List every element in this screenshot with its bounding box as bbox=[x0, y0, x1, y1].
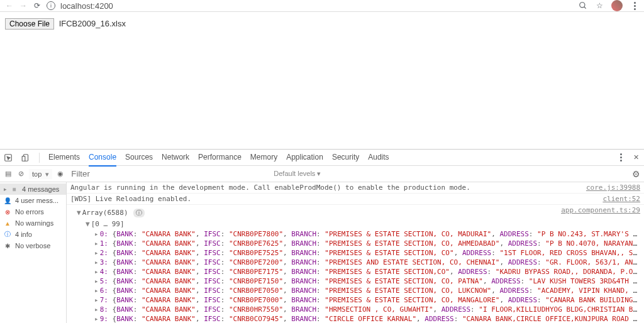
menu-icon[interactable] bbox=[630, 1, 639, 10]
sidebar-item-messages[interactable]: ▸≡4 messages bbox=[0, 183, 66, 195]
log-levels-selector[interactable]: Default levels ▾ bbox=[274, 170, 321, 178]
array-item[interactable]: ▸9: {BANK: "CANARA BANK", IFSC: "CNRB0CO… bbox=[67, 314, 644, 323]
devtools-tabs: ElementsConsoleSourcesNetworkPerformance… bbox=[0, 150, 644, 166]
tab-performance[interactable]: Performance bbox=[198, 149, 242, 167]
sidebar-toggle-icon[interactable]: ▤ bbox=[4, 170, 13, 178]
tab-elements[interactable]: Elements bbox=[48, 149, 80, 167]
reload-icon[interactable]: ⟳ bbox=[33, 1, 42, 10]
svg-line-1 bbox=[584, 7, 586, 9]
tab-memory[interactable]: Memory bbox=[250, 149, 277, 167]
array-item[interactable]: ▸2: {BANK: "CANARA BANK", IFSC: "CNRB0PE… bbox=[67, 248, 644, 258]
tab-audits[interactable]: Audits bbox=[368, 149, 389, 167]
sidebar-item-info[interactable]: ⓘ4 info bbox=[0, 229, 66, 240]
array-source-link[interactable]: app.component.ts:29 bbox=[561, 206, 640, 214]
inspect-icon[interactable] bbox=[4, 153, 13, 162]
sidebar-item-No-errors[interactable]: ⊗No errors bbox=[0, 206, 66, 217]
log-entry: Angular is running in the development mo… bbox=[67, 182, 644, 194]
eye-icon[interactable]: ◉ bbox=[56, 170, 65, 178]
svg-point-0 bbox=[580, 3, 585, 8]
sidebar-item-user-mess-[interactable]: 👤4 user mess... bbox=[0, 195, 66, 206]
browser-toolbar: ← → ⟳ i localhost:4200 ☆ bbox=[0, 0, 644, 12]
zoom-icon[interactable] bbox=[579, 1, 587, 10]
array-header[interactable]: ▼Array(6588) ⓘ bbox=[67, 207, 644, 219]
console-sidebar: ▸≡4 messages👤4 user mess...⊗No errors▲No… bbox=[0, 182, 67, 323]
back-icon[interactable]: ← bbox=[5, 1, 14, 10]
tab-security[interactable]: Security bbox=[332, 149, 359, 167]
array-item[interactable]: ▸0: {BANK: "CANARA BANK", IFSC: "CNRB0PE… bbox=[67, 229, 644, 239]
filter-input[interactable] bbox=[69, 168, 194, 180]
context-selector[interactable]: top bbox=[29, 169, 52, 179]
profile-avatar[interactable] bbox=[611, 0, 623, 11]
site-info-icon[interactable]: i bbox=[47, 1, 55, 10]
page-body: Choose File IFCB2009_16.xlsx bbox=[0, 12, 644, 149]
svg-rect-4 bbox=[22, 156, 25, 161]
devtools-close-icon[interactable]: ✕ bbox=[631, 153, 640, 162]
array-item[interactable]: ▸3: {BANK: "CANARA BANK", IFSC: "CNRB0PE… bbox=[67, 258, 644, 267]
sidebar-item-No-warnings[interactable]: ▲No warnings bbox=[0, 217, 66, 229]
source-link[interactable]: core.js:39988 bbox=[586, 183, 640, 192]
sidebar-item-No-verbose[interactable]: ✱No verbose bbox=[0, 240, 66, 251]
source-link[interactable]: client:52 bbox=[602, 195, 640, 203]
array-item[interactable]: ▸8: {BANK: "CANARA BANK", IFSC: "CNRB0HR… bbox=[67, 305, 644, 314]
bookmark-icon[interactable]: ☆ bbox=[595, 1, 604, 10]
settings-icon[interactable]: ⚙ bbox=[631, 170, 640, 178]
clear-console-icon[interactable]: ⊘ bbox=[16, 170, 25, 178]
array-item[interactable]: ▸4: {BANK: "CANARA BANK", IFSC: "CNRB0PE… bbox=[67, 267, 644, 276]
log-entry: [WDS] Live Reloading enabled.client:52 bbox=[67, 194, 644, 205]
array-item[interactable]: ▸6: {BANK: "CANARA BANK", IFSC: "CNRB0PE… bbox=[67, 286, 644, 295]
forward-icon[interactable]: → bbox=[19, 1, 28, 10]
array-item[interactable]: ▸1: {BANK: "CANARA BANK", IFSC: "CNRB0PE… bbox=[67, 239, 644, 248]
console-toolbar: ▤ ⊘ top ◉ Default levels ▾ ⚙ bbox=[0, 166, 644, 182]
devtools-panel: ElementsConsoleSourcesNetworkPerformance… bbox=[0, 149, 644, 323]
array-item[interactable]: ▸7: {BANK: "CANARA BANK", IFSC: "CNRB0PE… bbox=[67, 295, 644, 305]
tab-application[interactable]: Application bbox=[286, 149, 323, 167]
choose-file-button[interactable]: Choose File bbox=[5, 18, 54, 30]
console-output: Angular is running in the development mo… bbox=[67, 182, 644, 323]
array-range[interactable]: ▼[0 … 99] bbox=[67, 219, 644, 229]
address-bar[interactable]: localhost:4200 bbox=[60, 1, 574, 11]
devtools-menu-icon[interactable] bbox=[616, 153, 625, 162]
tab-console[interactable]: Console bbox=[89, 149, 116, 167]
tab-sources[interactable]: Sources bbox=[125, 149, 153, 167]
tab-network[interactable]: Network bbox=[162, 149, 189, 167]
device-icon[interactable] bbox=[21, 153, 30, 162]
array-item[interactable]: ▸5: {BANK: "CANARA BANK", IFSC: "CNRB0PE… bbox=[67, 276, 644, 286]
selected-file-name: IFCB2009_16.xlsx bbox=[59, 19, 126, 28]
